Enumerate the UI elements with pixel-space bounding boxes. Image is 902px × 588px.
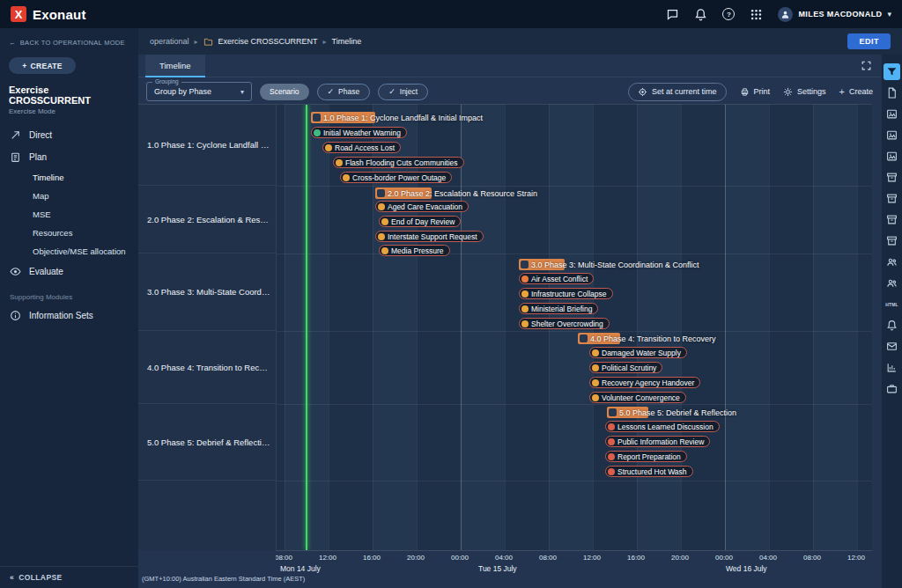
breadcrumb-operational[interactable]: operational [150, 37, 189, 46]
inject-bar[interactable]: Infrastructure Collapse [519, 288, 613, 299]
phase-bar[interactable]: 1.0 Phase 1: Cyclone Landfall & Initial … [311, 112, 375, 123]
archive-icon[interactable] [884, 169, 900, 186]
inject-bar[interactable]: Public Information Review [605, 436, 710, 447]
filter-icon[interactable] [884, 63, 900, 80]
warning-amber-icon [381, 247, 388, 254]
inject-bar[interactable]: Aged Care Evacuation [375, 201, 469, 212]
inject-bar[interactable]: Report Preparation [605, 451, 687, 462]
help-icon[interactable]: ? [722, 8, 735, 20]
sidebar-item-evaluate[interactable]: Evaluate [0, 261, 138, 283]
fullscreen-icon[interactable] [861, 60, 872, 71]
image-icon[interactable] [884, 148, 900, 165]
sidebar-item-resources[interactable]: Resources [0, 224, 138, 242]
inject-bar[interactable]: Flash Flooding Cuts Communities [333, 157, 464, 168]
mail-icon[interactable] [884, 338, 900, 355]
image-icon[interactable] [884, 106, 900, 122]
user-menu[interactable]: MILES MACDONALD ▾ [778, 7, 891, 22]
chat-icon[interactable] [666, 8, 679, 21]
chip-phase[interactable]: ✓ Phase [317, 84, 371, 100]
inject-bar[interactable]: Lessons Learned Discussion [605, 421, 720, 432]
image-icon[interactable] [884, 127, 900, 143]
inject-bar[interactable]: Media Pressure [379, 245, 450, 256]
inject-label: Infrastructure Collapse [531, 290, 607, 298]
phase-bar[interactable]: 2.0 Phase 2: Escalation & Resource Strai… [375, 187, 432, 199]
print-button[interactable]: Print [740, 87, 771, 97]
app-logo[interactable]: X Exonaut [11, 6, 86, 22]
warning-amber-icon [378, 233, 385, 240]
sidebar-item-mse[interactable]: MSE [0, 205, 138, 224]
create-button[interactable]: + CREATE [9, 57, 76, 74]
collapse-sidebar-button[interactable]: « COLLAPSE [0, 566, 138, 588]
envelope-red-icon [608, 423, 615, 430]
exercise-name: Exercise CROSSCURRENT [0, 79, 138, 106]
button-label: Print [754, 87, 771, 96]
chip-scenario[interactable]: Scenario [260, 84, 309, 100]
tab-timeline[interactable]: Timeline [145, 55, 205, 77]
inject-bar[interactable]: Shelter Overcrowding [519, 318, 610, 329]
group-icon[interactable] [884, 254, 900, 270]
phase-bar[interactable]: 3.0 Phase 3: Multi-State Coordination & … [519, 259, 565, 270]
inject-label: Public Information Review [617, 437, 704, 446]
inject-bar[interactable]: Initial Weather Warning [311, 127, 407, 138]
inject-bar[interactable]: Political Scrutiny [589, 362, 662, 373]
time-tick: 04:00 [759, 554, 777, 562]
briefcase-icon[interactable] [884, 380, 900, 397]
group-icon[interactable] [884, 275, 900, 291]
sidebar-item-objective-mse-allocation[interactable]: Objective/MSE allocation [0, 242, 138, 261]
inject-bar[interactable]: End of Day Review [379, 216, 461, 227]
sidebar-item-direct[interactable]: Direct [0, 124, 138, 146]
sidebar-item-timeline[interactable]: Timeline [0, 168, 138, 187]
row-separator [277, 254, 872, 254]
inject-bar[interactable]: Damaged Water Supply [589, 347, 687, 358]
notifications-bell-icon[interactable] [694, 8, 707, 21]
warning-amber-icon [592, 349, 599, 356]
settings-button[interactable]: Settings [783, 87, 826, 97]
sidebar-item-map[interactable]: Map [0, 187, 138, 205]
create-inject-button[interactable]: + Create [839, 86, 873, 97]
sidebar-item-information-sets[interactable]: Information Sets [0, 305, 138, 327]
phase-icon [521, 261, 529, 268]
inject-bar[interactable]: Air Asset Conflict [519, 273, 594, 284]
inject-bar[interactable]: Recovery Agency Handover [589, 377, 700, 388]
inject-bar[interactable]: Cross-border Power Outage [340, 172, 452, 183]
archive-icon[interactable] [884, 190, 900, 207]
inject-label: Ministerial Briefing [531, 305, 592, 313]
inject-bar[interactable]: Ministerial Briefing [519, 303, 598, 314]
chip-inject[interactable]: ✓ Inject [378, 84, 428, 100]
apps-grid-icon[interactable] [750, 8, 763, 21]
back-to-operational-link[interactable]: ← BACK TO OPERATIONAL MODE [0, 28, 138, 47]
phase-bar[interactable]: 4.0 Phase 4: Transition to Recovery [578, 333, 620, 344]
eye-icon [10, 266, 21, 277]
timeline-row-labels: 1.0 Phase 1: Cyclone Landfall & Initial … [138, 104, 276, 550]
inject-bar[interactable]: Volunteer Convergence [589, 392, 686, 403]
breadcrumb-exercise[interactable]: Exercise CROSSCURRENT [218, 37, 318, 46]
html-icon[interactable]: HTML [884, 296, 900, 312]
sidebar-item-plan[interactable]: Plan [0, 146, 138, 168]
app-title: Exonaut [33, 7, 86, 22]
set-at-current-time-button[interactable]: Set at current time [628, 83, 727, 101]
grouping-label: Grouping [152, 78, 181, 85]
phase-label: 4.0 Phase 4: Transition to Recovery [590, 334, 716, 343]
day-label: Mon 14 July [280, 564, 321, 573]
phase-label: 2.0 Phase 2: Escalation & Resource Strai… [388, 189, 537, 198]
edit-button[interactable]: EDIT [847, 33, 891, 49]
chip-label: Scenario [270, 87, 299, 96]
inject-label: Shelter Overcrowding [531, 320, 603, 328]
bell-icon[interactable] [884, 317, 900, 334]
file-icon[interactable] [884, 85, 900, 101]
phase-bar[interactable]: 5.0 Phase 5: Debrief & Reflection [607, 407, 648, 418]
grouping-select[interactable]: Grouping Group by Phase ▾ [146, 82, 252, 101]
inject-bar[interactable]: Structured Hot Wash [605, 466, 693, 477]
breadcrumb-timeline: Timeline [332, 37, 362, 46]
row-separator [277, 186, 872, 187]
warning-amber-icon [592, 394, 599, 401]
breadcrumb: operational ▸ Exercise CROSSCURRENT ▸ Ti… [138, 28, 902, 55]
chart-icon[interactable] [884, 359, 900, 376]
archive-icon[interactable] [884, 211, 900, 228]
inject-bar[interactable]: Road Access Lost [322, 142, 401, 153]
inject-label: Structured Hot Wash [617, 467, 687, 476]
sidebar-item-label: Plan [29, 152, 47, 162]
archive-icon[interactable] [884, 232, 900, 249]
inject-bar[interactable]: Interstate Support Request [375, 231, 484, 242]
row-label-phase-2: 2.0 Phase 2: Escalation & Resource Strai… [138, 186, 276, 254]
